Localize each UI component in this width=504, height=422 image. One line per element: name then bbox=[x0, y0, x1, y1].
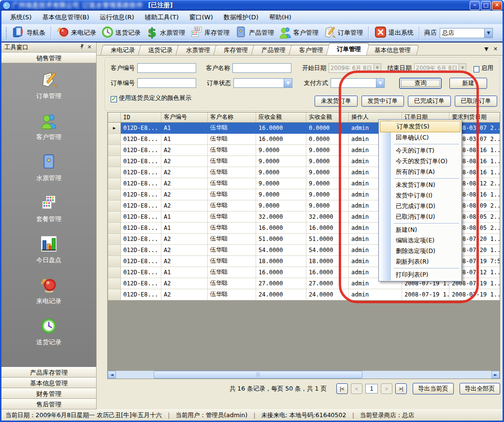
close-button[interactable]: ✕ bbox=[492, 1, 502, 10]
context-menu-item-发货中订单(I)[interactable]: 发货中订单(I) bbox=[379, 190, 461, 201]
tab-产品管理[interactable]: 产品管理 bbox=[251, 45, 294, 55]
tab-list-chevron-icon[interactable]: ▼ bbox=[484, 46, 488, 52]
menu-item-5[interactable]: 数据维护(D) bbox=[219, 12, 263, 23]
scroll-right-icon[interactable]: ► bbox=[491, 371, 500, 379]
prev-page-button[interactable]: < bbox=[351, 383, 362, 394]
toolbar-button-产品管理[interactable]: 产品管理 bbox=[232, 25, 276, 41]
color-checkbox[interactable] bbox=[111, 96, 117, 102]
customer-no-input[interactable] bbox=[137, 63, 196, 73]
menu-item-6[interactable]: 帮助(H) bbox=[264, 12, 296, 23]
toolbar-button-客户管理[interactable]: 客户管理 bbox=[276, 25, 321, 41]
maximize-button[interactable]: □ bbox=[481, 1, 491, 10]
column-header-ID[interactable]: ID bbox=[121, 113, 161, 122]
close-icon[interactable]: ✕ bbox=[86, 44, 93, 51]
table-row[interactable]: 012D-E8...A2伍华聪24.000024.0000admin2008-0… bbox=[108, 289, 500, 300]
menu-item-3[interactable]: 辅助工具(T) bbox=[140, 12, 184, 23]
shop-combobox[interactable]: 总店 ▼ bbox=[440, 28, 493, 38]
toolbar-button-label: 产品管理 bbox=[249, 28, 274, 37]
sidebar-item-水票管理[interactable]: 水票管理 bbox=[1, 153, 96, 183]
scrollbar-thumb[interactable] bbox=[154, 371, 362, 379]
context-menu-item-已取消订单(U)[interactable]: 已取消订单(U) bbox=[379, 211, 461, 222]
context-menu-item-订单发货(S)[interactable]: 订单发货(S) bbox=[380, 121, 461, 132]
customer-name-input[interactable] bbox=[232, 63, 291, 73]
sidebar-group-财务管理[interactable]: 财务管理 bbox=[1, 388, 96, 399]
menu-item-1[interactable]: 基本信息管理(B) bbox=[37, 12, 94, 23]
query-button[interactable]: 查询 bbox=[399, 78, 442, 89]
pin-icon[interactable] bbox=[78, 44, 86, 51]
export-current-page-button[interactable]: 导出当前页 bbox=[413, 383, 454, 394]
sidebar-group-产品库存管理[interactable]: 产品库存管理 bbox=[1, 367, 96, 378]
context-menu-item-未发货订单(N)[interactable]: 未发货订单(N) bbox=[379, 180, 461, 190]
pen-order-icon bbox=[40, 71, 58, 90]
tab-订单管理[interactable]: 订单管理 bbox=[326, 43, 370, 55]
context-menu-item-今天的发货订单(O)[interactable]: 今天的发货订单(O) bbox=[379, 156, 461, 167]
tab-基本信息管理[interactable]: 基本信息管理 bbox=[364, 45, 419, 55]
column-header-应收金额[interactable]: 应收金额 bbox=[256, 113, 306, 122]
tab-label: 库存管理 bbox=[224, 45, 248, 55]
chevron-down-icon[interactable]: ▼ bbox=[484, 28, 492, 38]
tab-客户管理[interactable]: 客户管理 bbox=[288, 45, 331, 55]
sidebar-item-套餐管理[interactable]: 套餐管理 bbox=[1, 194, 96, 224]
toolbar-button-来电记录[interactable]: 来电记录 bbox=[54, 25, 99, 41]
new-button[interactable]: 新建 bbox=[449, 78, 487, 89]
sidebar-group-sales[interactable]: 销售管理 bbox=[1, 53, 96, 63]
toolbar-grip[interactable] bbox=[5, 27, 8, 39]
minimize-button[interactable]: – bbox=[470, 1, 480, 10]
context-menu-item-回单确认(C)[interactable]: 回单确认(C) bbox=[379, 132, 461, 143]
sidebar-item-订单管理[interactable]: 订单管理 bbox=[1, 71, 96, 100]
end-date-picker[interactable]: 2009年 6月 8日 ▼ bbox=[414, 63, 467, 73]
filter-button-已取消订单[interactable]: 已取消订单 bbox=[455, 96, 498, 107]
toolbar-button-导航条[interactable]: 导航条 bbox=[10, 25, 48, 41]
menu-item-0[interactable]: 系统(S) bbox=[5, 12, 36, 23]
context-menu-item-今天的订单(T)[interactable]: 今天的订单(T) bbox=[379, 145, 461, 156]
tab-送货记录[interactable]: 送货记录 bbox=[138, 45, 181, 55]
menu-item-2[interactable]: 运行信息(R) bbox=[95, 12, 139, 23]
context-menu-item-刷新列表(R)[interactable]: 刷新列表(R) bbox=[379, 256, 461, 267]
context-menu-item-编辑选定项(E)[interactable]: 编辑选定项(E) bbox=[379, 235, 461, 246]
sidebar-group-基本信息管理[interactable]: 基本信息管理 bbox=[1, 378, 96, 388]
page-number-input[interactable] bbox=[365, 384, 378, 394]
filter-button-已完成订单[interactable]: 已完成订单 bbox=[408, 96, 451, 107]
horizontal-scrollbar[interactable]: ◄ ► bbox=[108, 371, 500, 379]
next-page-button[interactable]: > bbox=[381, 383, 392, 394]
column-header-客户编号[interactable]: 客户编号 bbox=[161, 113, 208, 122]
enable-checkbox[interactable] bbox=[474, 66, 479, 72]
first-page-button[interactable]: |< bbox=[336, 383, 348, 394]
order-no-input[interactable] bbox=[137, 78, 196, 88]
chevron-down-icon: ▼ bbox=[284, 79, 292, 87]
menu-item-4[interactable]: 窗口(W) bbox=[185, 12, 218, 23]
context-menu-item-删除选定项(D)[interactable]: 删除选定项(D) bbox=[379, 246, 461, 256]
toolbar-button-退出系统[interactable]: 退出系统 bbox=[372, 25, 416, 41]
pay-method-select[interactable]: ▼ bbox=[331, 78, 385, 88]
scroll-left-icon[interactable]: ◄ bbox=[108, 371, 116, 379]
start-date-picker[interactable]: 2009年 6月 8日 ▼ bbox=[329, 63, 381, 73]
sidebar-item-来电记录[interactable]: 来电记录 bbox=[1, 276, 96, 306]
cell-customer_name: 伍华聪 bbox=[208, 144, 256, 155]
export-all-pages-button[interactable]: 导出全部页 bbox=[460, 383, 501, 394]
toolbar-button-水票管理[interactable]: $水票管理 bbox=[143, 25, 187, 41]
toolbar-button-订单管理[interactable]: 订单管理 bbox=[321, 25, 365, 41]
context-menu-item-已完成订单(D)[interactable]: 已完成订单(D) bbox=[379, 201, 461, 211]
cell-customer_no: A1 bbox=[161, 222, 208, 233]
tab-水票管理[interactable]: 水票管理 bbox=[175, 45, 218, 55]
column-header-实收金额[interactable]: 实收金额 bbox=[306, 113, 349, 122]
sidebar-item-客户管理[interactable]: 客户管理 bbox=[1, 112, 96, 141]
toolbar-button-库存管理[interactable]: 库存管理 bbox=[187, 25, 232, 41]
tab-label: 订单管理 bbox=[337, 43, 361, 55]
tab-close-icon[interactable]: ✕ bbox=[493, 46, 498, 52]
context-menu-item-打印列表(P)[interactable]: 打印列表(P) bbox=[379, 269, 461, 280]
last-page-button[interactable]: >| bbox=[395, 383, 407, 394]
context-menu-item-所有的订单(A)[interactable]: 所有的订单(A) bbox=[379, 167, 461, 177]
filter-button-未发货订单[interactable]: 未发货订单 bbox=[315, 96, 358, 107]
order-status-select[interactable]: ▼ bbox=[233, 78, 292, 88]
sidebar-item-送货记录[interactable]: 送货记录 bbox=[1, 317, 96, 347]
sidebar-group-售后管理[interactable]: 售后管理 bbox=[1, 399, 96, 409]
column-header-客户名称[interactable]: 客户名称 bbox=[208, 113, 256, 122]
context-menu-item-新建(N)[interactable]: 新建(N) bbox=[379, 225, 461, 235]
filter-button-发货中订单[interactable]: 发货中订单 bbox=[361, 96, 404, 107]
sidebar-item-今日盘点[interactable]: 今日盘点 bbox=[1, 235, 96, 265]
cell-receivable: 54.0000 bbox=[256, 244, 306, 255]
toolbar-button-送货记录[interactable]: 送货记录 bbox=[99, 25, 143, 41]
tab-来电记录[interactable]: 来电记录 bbox=[100, 45, 143, 55]
tab-库存管理[interactable]: 库存管理 bbox=[213, 45, 256, 55]
